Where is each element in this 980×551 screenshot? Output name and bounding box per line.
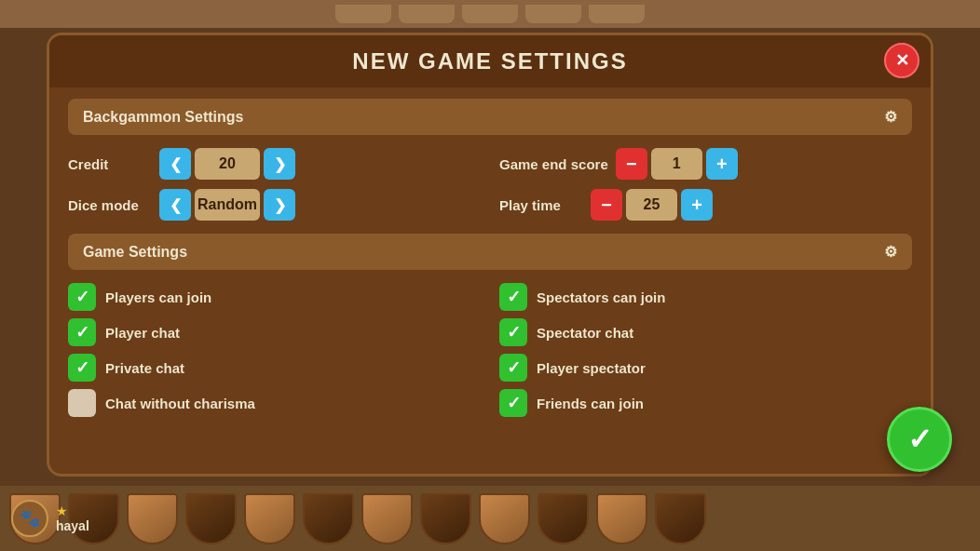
credit-control: ❮ 20 ❯ [159,148,295,180]
backgammon-section-label: Backgammon Settings [83,109,243,126]
checkbox-label-spectator-chat: Spectator chat [537,325,633,341]
modal-body: Backgammon Settings ⚙ Credit ❮ 20 ❯ Game… [49,87,931,428]
checkbox-row-spectator-chat: ✓Spectator chat [499,318,912,346]
star-badge: ★ [56,504,89,518]
dice-mode-decrement-button[interactable]: ❮ [159,189,191,221]
dice-mode-label: Dice mode [68,197,152,213]
checkbox-player-chat[interactable]: ✓ [68,318,96,346]
top-notch [525,5,581,23]
modal-title-bar: NEW GAME SETTINGS ✕ [49,35,931,87]
checkbox-friends-can-join[interactable]: ✓ [499,389,527,417]
backgammon-settings-grid: Credit ❮ 20 ❯ Game end score − 1 + Dice … [68,148,912,221]
game-section-label: Game Settings [83,244,187,261]
top-notch [399,5,455,23]
checkbox-row-player-spectator: ✓Player spectator [499,354,912,382]
game-end-score-increment-button[interactable]: + [706,148,738,180]
bottom-piece [596,493,647,544]
play-time-decrement-button[interactable]: − [591,189,622,221]
checkbox-row-friends-can-join: ✓Friends can join [499,389,912,417]
play-time-value: 25 [626,189,677,221]
dice-mode-control: ❮ Random ❯ [159,189,295,221]
top-bar [0,0,980,28]
checkmark-icon: ✓ [507,322,521,343]
checkbox-row-players-can-join: ✓Players can join [68,283,481,311]
checkbox-row-private-chat: ✓Private chat [68,354,481,382]
checkmark-icon: ✓ [75,322,89,343]
modal-title: NEW GAME SETTINGS [68,48,912,74]
checkbox-label-spectators-can-join: Spectators can join [537,289,665,305]
checkbox-label-players-can-join: Players can join [105,289,211,305]
game-end-score-decrement-button[interactable]: − [616,148,647,180]
user-name: hayal [56,518,89,533]
play-time-label: Play time [499,197,583,213]
game-section-gear-icon: ⚙ [884,243,897,261]
game-end-score-control: − 1 + [616,148,738,180]
checkbox-row-player-chat: ✓Player chat [68,318,481,346]
checkbox-row-chat-without-charisma: Chat without charisma [68,389,481,417]
checkbox-players-can-join[interactable]: ✓ [68,283,96,311]
checkbox-private-chat[interactable]: ✓ [68,354,96,382]
bottom-piece [655,493,706,544]
game-end-score-label: Game end score [499,156,608,172]
checkbox-chat-without-charisma[interactable] [68,389,96,417]
top-notch [462,5,518,23]
bottom-piece [361,493,413,544]
checkbox-label-private-chat: Private chat [105,360,184,376]
checkbox-row-spectators-can-join: ✓Spectators can join [499,283,912,311]
credit-value: 20 [195,148,260,180]
checkbox-label-chat-without-charisma: Chat without charisma [105,396,255,411]
bottom-piece [185,493,237,544]
credit-decrement-button[interactable]: ❮ [159,148,191,180]
credit-increment-button[interactable]: ❯ [264,148,295,180]
play-time-setting: Play time − 25 + [499,189,912,221]
play-time-increment-button[interactable]: + [681,189,713,221]
bottom-bar: 🐾 ★ hayal [0,486,980,551]
bottom-piece [538,493,589,544]
checkmark-icon: ✓ [75,287,89,307]
dice-mode-increment-button[interactable]: ❯ [264,189,295,221]
checkbox-grid: ✓Players can join✓Spectators can join✓Pl… [68,283,912,417]
game-section-header: Game Settings ⚙ [68,234,912,270]
close-button[interactable]: ✕ [884,43,919,78]
checkbox-player-spectator[interactable]: ✓ [499,354,527,382]
modal: NEW GAME SETTINGS ✕ Backgammon Settings … [47,33,933,477]
checkmark-icon: ✓ [507,357,521,378]
checkmark-icon: ✓ [75,357,89,378]
top-notch [589,5,645,23]
bottom-piece [303,493,354,544]
user-bar: 🐾 ★ hayal [0,486,149,551]
confirm-icon: ✓ [907,422,932,457]
checkmark-icon: ✓ [507,393,521,413]
bottom-piece [420,493,471,544]
credit-setting: Credit ❮ 20 ❯ [68,148,481,180]
play-time-control: − 25 + [591,189,713,221]
backgammon-section-header: Backgammon Settings ⚙ [68,99,912,135]
bottom-piece [479,493,530,544]
avatar: 🐾 [11,500,48,537]
checkbox-label-friends-can-join: Friends can join [537,396,644,411]
game-end-score-setting: Game end score − 1 + [499,148,912,180]
dice-mode-setting: Dice mode ❮ Random ❯ [68,189,481,221]
bottom-piece [244,493,295,544]
top-notch [335,5,391,23]
game-end-score-value: 1 [651,148,702,180]
checkbox-spectator-chat[interactable]: ✓ [499,318,527,346]
gear-icon: ⚙ [884,108,897,126]
checkbox-spectators-can-join[interactable]: ✓ [499,283,527,311]
checkbox-label-player-chat: Player chat [105,325,180,341]
dice-mode-value: Random [195,189,260,221]
checkbox-label-player-spectator: Player spectator [537,360,646,376]
credit-label: Credit [68,156,152,172]
confirm-button[interactable]: ✓ [887,407,952,472]
checkmark-icon: ✓ [507,287,521,307]
